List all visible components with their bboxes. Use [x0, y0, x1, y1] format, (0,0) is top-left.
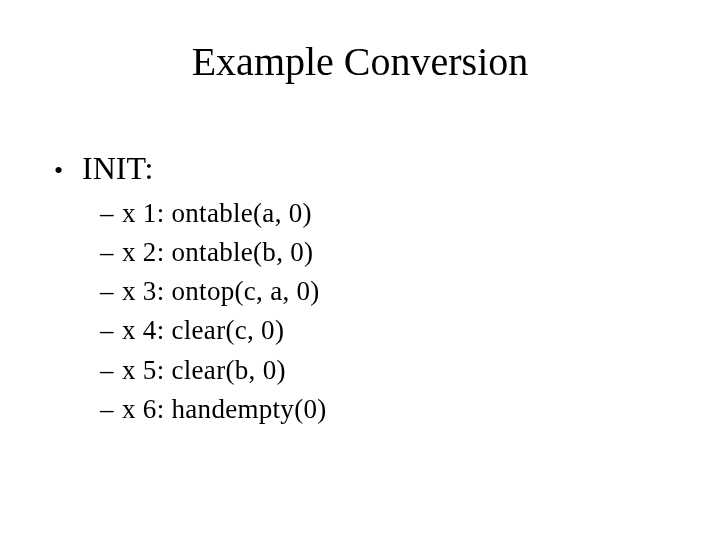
bullet-level2: – x 4: clear(c, 0): [100, 311, 666, 350]
slide: Example Conversion • INIT: – x 1: ontabl…: [0, 0, 720, 540]
bullet-level2-label: x 1: ontable(a, 0): [122, 194, 312, 233]
bullet-glyph-l2: –: [100, 233, 122, 272]
bullet-glyph-l1: •: [54, 155, 82, 188]
bullet-level1-label: INIT:: [82, 148, 153, 188]
bullet-level1: • INIT:: [54, 148, 666, 188]
bullet-glyph-l2: –: [100, 351, 122, 390]
bullet-glyph-l2: –: [100, 272, 122, 311]
bullet-glyph-l2: –: [100, 194, 122, 233]
bullet-level2: – x 1: ontable(a, 0): [100, 194, 666, 233]
bullet-level2: – x 5: clear(b, 0): [100, 351, 666, 390]
slide-body: • INIT: – x 1: ontable(a, 0) – x 2: onta…: [54, 148, 666, 429]
bullet-level2: – x 3: ontop(c, a, 0): [100, 272, 666, 311]
bullet-level2-label: x 3: ontop(c, a, 0): [122, 272, 320, 311]
bullet-level2-label: x 4: clear(c, 0): [122, 311, 284, 350]
bullet-glyph-l2: –: [100, 390, 122, 429]
slide-title: Example Conversion: [0, 38, 720, 85]
bullet-level2-label: x 6: handempty(0): [122, 390, 327, 429]
bullet-glyph-l2: –: [100, 311, 122, 350]
bullet-level2-label: x 5: clear(b, 0): [122, 351, 286, 390]
bullet-level2-label: x 2: ontable(b, 0): [122, 233, 313, 272]
bullet-level2: – x 6: handempty(0): [100, 390, 666, 429]
sub-bullet-list: – x 1: ontable(a, 0) – x 2: ontable(b, 0…: [100, 194, 666, 429]
bullet-level2: – x 2: ontable(b, 0): [100, 233, 666, 272]
